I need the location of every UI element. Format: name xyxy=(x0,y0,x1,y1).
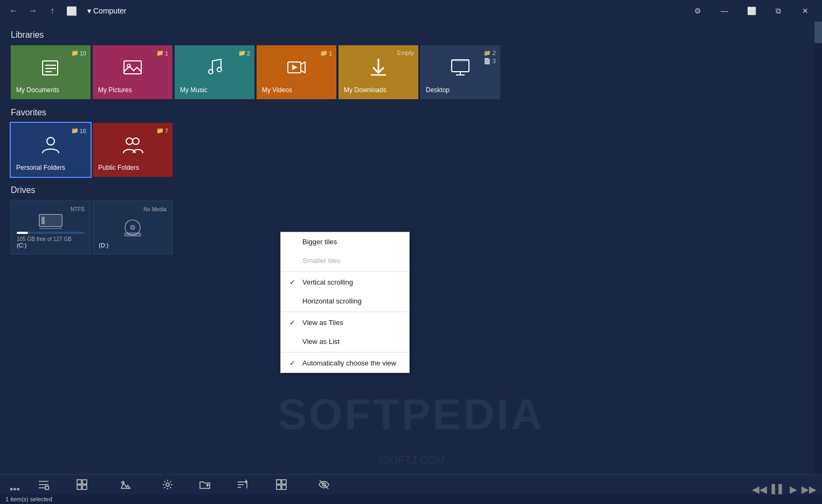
nav-controls: ← → ↑ ⬜ ▾ Computer xyxy=(5,3,126,19)
horizontal-scrolling-check xyxy=(289,297,297,305)
settings-button[interactable]: ⚙ xyxy=(685,2,710,19)
vertical-scrolling-check: ✓ xyxy=(289,278,297,286)
tile-personal-folders[interactable]: 📁 16 Personal Folders xyxy=(11,123,91,177)
svg-rect-31 xyxy=(82,480,87,484)
media-play-button[interactable]: ▶ xyxy=(790,484,797,495)
taskbar-more-button[interactable]: ••• xyxy=(5,484,24,495)
desktop-folder-badge: 📁 2 xyxy=(483,50,496,57)
tile-my-documents[interactable]: 📁 10 My Documents xyxy=(11,45,91,99)
tile-my-downloads[interactable]: Empty My Downloads xyxy=(339,45,418,99)
my-downloads-label: My Downloads xyxy=(344,86,413,94)
desktop-label: Desktop xyxy=(426,86,495,94)
folder-icon: 📁 xyxy=(71,127,79,134)
view-as-list-check xyxy=(289,337,297,346)
my-downloads-empty-label: Empty xyxy=(397,50,414,56)
menu-smaller-tiles: Smaller tiles xyxy=(281,251,409,270)
view-as-tiles-check: ✓ xyxy=(289,319,297,327)
new-folder-icon xyxy=(199,479,211,493)
my-music-badge: 📁 2 xyxy=(238,50,250,57)
media-controls: ◀◀ ▌▌ ▶ ▶▶ xyxy=(752,484,817,495)
menu-horizontal-scrolling[interactable]: Horizontal scrolling xyxy=(281,292,409,310)
my-documents-badge: 📁 10 xyxy=(71,50,86,57)
media-skip-forward-button[interactable]: ▶▶ xyxy=(802,484,817,495)
my-documents-label: My Documents xyxy=(16,86,85,94)
folder-icon: 📁 xyxy=(156,50,164,57)
my-pictures-badge: 📁 1 xyxy=(156,50,168,57)
tile-desktop[interactable]: 📁 2 📄 3 Desktop xyxy=(420,45,500,99)
media-pause-button[interactable]: ▌▌ xyxy=(771,484,785,495)
tile-public-folders[interactable]: 📁 7 Public Folders xyxy=(93,123,172,177)
auto-choose-view-check: ✓ xyxy=(289,359,297,367)
tile-my-videos[interactable]: 📁 1 My Videos xyxy=(257,45,336,99)
svg-rect-43 xyxy=(282,480,286,484)
dropdown-arrow-icon: ▾ xyxy=(87,6,91,15)
back-button[interactable]: ← xyxy=(5,3,22,19)
svg-point-35 xyxy=(166,483,169,486)
sort-icon xyxy=(236,479,248,493)
window-controls: ⚙ — ⬜ ⧉ ✕ xyxy=(685,0,818,22)
tile-my-pictures[interactable]: 📁 1 My Pictures xyxy=(93,45,172,99)
svg-rect-44 xyxy=(277,485,281,489)
svg-rect-12 xyxy=(452,60,469,72)
menu-view-as-tiles[interactable]: ✓ View as Tiles xyxy=(281,313,409,332)
horizontal-scrolling-label: Horizontal scrolling xyxy=(302,297,362,305)
personalization-icon xyxy=(119,479,131,493)
change-view-icon xyxy=(275,479,287,493)
forward-button[interactable]: → xyxy=(25,3,41,19)
svg-rect-25 xyxy=(125,233,141,236)
title-bar: ← → ↑ ⬜ ▾ Computer ⚙ — ⬜ ⧉ ✕ xyxy=(0,0,822,22)
menu-divider-2 xyxy=(281,312,409,312)
drive-c-fs-label: NTFS xyxy=(17,206,85,212)
view-as-tiles-label: View as Tiles xyxy=(302,319,343,327)
my-videos-label: My Videos xyxy=(262,86,331,94)
context-menu: Bigger tiles Smaller tiles ✓ Vertical sc… xyxy=(280,232,410,373)
my-pictures-count: 1 xyxy=(165,50,168,57)
drive-c-tile[interactable]: NTFS 105 GB free of 127 GB (C:) xyxy=(11,201,91,254)
folder-icon: 📁 xyxy=(320,50,328,57)
libraries-tiles-row: 📁 10 My Documents 📁 1 xyxy=(11,45,806,99)
menu-auto-choose-view[interactable]: ✓ Automatically choose the view xyxy=(281,354,409,372)
selection-icon xyxy=(38,479,50,493)
scrollbar-thumb[interactable] xyxy=(814,22,822,43)
svg-rect-45 xyxy=(282,485,286,489)
folder-icon: 📁 xyxy=(156,127,164,134)
scrollbar[interactable] xyxy=(814,22,822,474)
auto-choose-view-label: Automatically choose the view xyxy=(302,359,396,367)
menu-vertical-scrolling[interactable]: ✓ Vertical scrolling xyxy=(281,273,409,292)
libraries-section-title: Libraries xyxy=(11,30,806,40)
my-videos-badge: 📁 1 xyxy=(320,50,332,57)
drive-d-tile[interactable]: No Media (D:) xyxy=(93,201,172,254)
menu-bigger-tiles[interactable]: Bigger tiles xyxy=(281,232,409,251)
svg-point-16 xyxy=(47,137,54,145)
my-music-label: My Music xyxy=(180,86,249,94)
advanced-icon xyxy=(162,479,174,493)
folder-icon: 📁 xyxy=(71,50,79,57)
menu-view-as-list[interactable]: View as List xyxy=(281,332,409,351)
svg-rect-13 xyxy=(452,60,469,61)
close-button[interactable]: ✕ xyxy=(793,2,818,19)
drive-c-icon xyxy=(17,212,85,232)
folder-icon: 📁 xyxy=(238,50,246,57)
maximize-button[interactable]: ⬜ xyxy=(739,2,764,19)
media-skip-back-button[interactable]: ◀◀ xyxy=(752,484,767,495)
view-as-list-label: View as List xyxy=(302,337,340,346)
personal-folders-label: Personal Folders xyxy=(16,164,85,171)
monitor-button[interactable]: ⬜ xyxy=(64,3,80,19)
restore-button[interactable]: ⧉ xyxy=(766,2,791,19)
tile-my-music[interactable]: 📁 2 My Music xyxy=(175,45,254,99)
up-button[interactable]: ↑ xyxy=(44,3,60,19)
my-music-count: 2 xyxy=(247,50,250,57)
minimize-button[interactable]: — xyxy=(712,2,737,19)
status-text: 1 item(s) selected xyxy=(5,496,52,502)
scrollbar-track[interactable] xyxy=(814,22,822,474)
public-folders-badge: 📁 7 xyxy=(156,127,168,134)
svg-point-18 xyxy=(133,138,139,144)
svg-marker-9 xyxy=(292,65,298,70)
svg-rect-29 xyxy=(45,486,49,489)
personal-folders-badge: 📁 16 xyxy=(71,127,86,134)
window-title: ▾ Computer xyxy=(87,6,126,15)
personal-folders-count: 16 xyxy=(80,128,86,134)
selection-sub-icon xyxy=(76,479,88,493)
drive-c-progress-bar xyxy=(17,232,85,234)
main-content: Libraries 📁 10 My Documents 📁 1 xyxy=(0,22,822,474)
